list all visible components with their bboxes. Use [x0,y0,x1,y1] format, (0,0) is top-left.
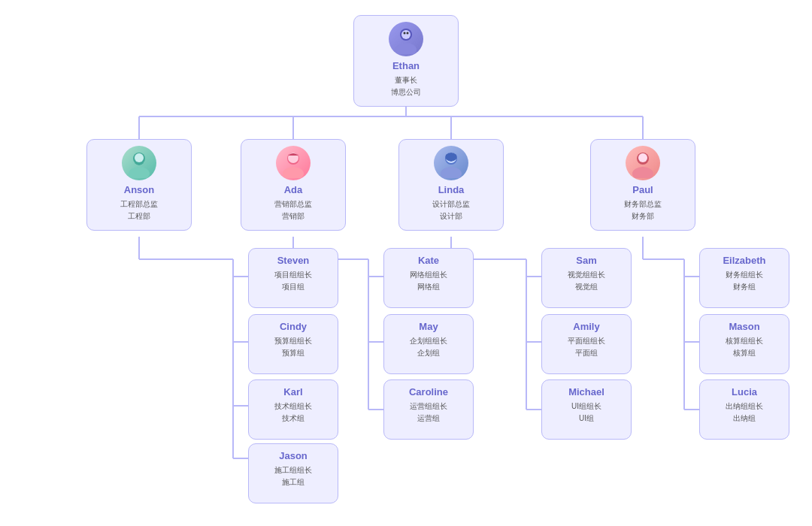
root-card: Ethan 董事长 博思公司 [353,15,459,107]
eilzabeth-card: Eilzabeth 财务组组长财务组 [699,248,789,308]
svg-point-46 [632,167,653,178]
root-name: Ethan [392,60,420,71]
anson-card: Anson 工程部总监工程部 [86,139,192,231]
svg-point-32 [395,43,417,54]
linda-role: 设计部总监设计部 [432,198,470,222]
svg-point-37 [129,167,150,178]
jason-card: Jason 施工组组长施工组 [248,443,338,503]
anson-avatar [122,146,156,180]
caroline-card: Caroline 运营组组长运营组 [383,379,474,440]
ada-avatar [276,146,311,180]
org-chart: Ethan 董事长 博思公司 Anson 工程部总监工程部 [0,0,812,526]
ada-role: 营销部总监营销部 [274,198,312,222]
may-card: May 企划组组长企划组 [383,314,474,374]
michael-card: Michael UI组组长UI组 [541,379,632,440]
root-role: 董事长 博思公司 [391,74,421,98]
paul-role: 财务部总监财务部 [624,198,662,222]
ada-card: Ada 营销部总监营销部 [241,139,346,231]
svg-point-40 [283,167,304,178]
linda-avatar [434,146,468,180]
karl-card: Karl 技术组组长技术组 [248,379,338,440]
amily-card: Amily 平面组组长平面组 [541,314,632,374]
cindy-card: Cindy 预算组组长预算组 [248,314,338,374]
ada-name: Ada [284,184,303,195]
root-avatar [389,22,423,56]
mason-card: Mason 核算组组长核算组 [699,314,789,374]
svg-point-38 [135,153,144,162]
anson-role: 工程部总监工程部 [120,198,158,222]
svg-point-35 [407,32,409,35]
paul-avatar [626,146,660,180]
kate-card: Kate 网络组组长网络组 [383,248,474,308]
linda-card: Linda 设计部总监设计部 [398,139,504,231]
svg-point-43 [441,167,462,178]
svg-point-47 [638,153,647,162]
paul-card: Paul 财务部总监财务部 [590,139,695,231]
anson-name: Anson [124,184,154,195]
steven-card: Steven 项目组组长项目组 [248,248,338,308]
paul-name: Paul [632,184,653,195]
linda-name: Linda [438,184,465,195]
lucia-card: Lucia 出纳组组长出纳组 [699,379,789,440]
sam-card: Sam 视觉组组长视觉组 [541,248,632,308]
svg-point-34 [404,32,406,35]
svg-point-33 [401,30,411,39]
